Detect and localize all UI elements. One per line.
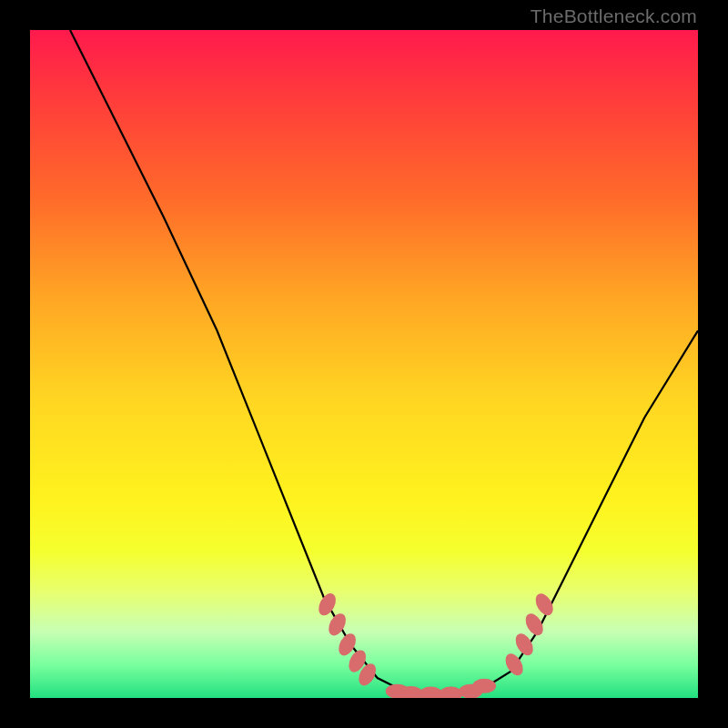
watermark-label: TheBottleneck.com	[531, 5, 697, 27]
highlight-dot	[472, 679, 496, 693]
chart-container: TheBottleneck.com	[0, 0, 728, 728]
bottleneck-curve	[30, 30, 698, 698]
highlight-dot	[532, 591, 557, 619]
highlight-dot	[419, 687, 442, 698]
highlight-dot	[439, 687, 462, 698]
highlight-dot	[512, 631, 537, 659]
highlight-dot	[522, 611, 547, 639]
highlight-dot	[315, 591, 339, 618]
plot-area	[30, 30, 698, 698]
